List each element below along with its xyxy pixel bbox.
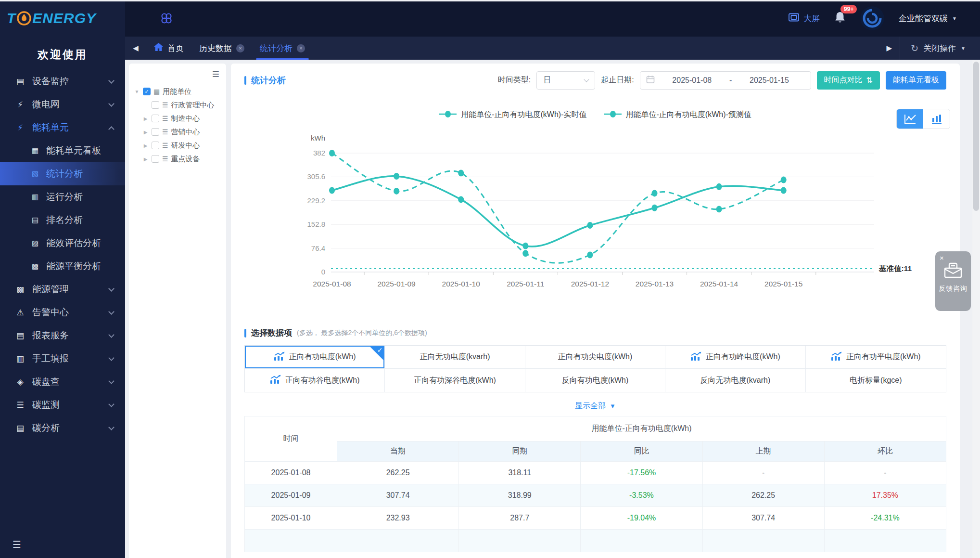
chevron-down-icon: [108, 401, 115, 407]
show-all-label: 显示全部: [575, 401, 606, 411]
tab-home-label: 首页: [167, 43, 184, 54]
app-launcher-icon[interactable]: [160, 12, 173, 25]
microgrid-icon: ⚡: [14, 100, 26, 110]
energy-unit-icon: ⚡: [14, 123, 26, 133]
time-type-value: 日: [543, 75, 551, 85]
sidebar-item-energy-unit[interactable]: ⚡能耗单元: [0, 116, 125, 139]
data-item-label: 正向有功平电度(kWh): [846, 352, 921, 362]
close-operations-dropdown[interactable]: ↻ 关闭操作 ▼: [900, 37, 980, 60]
data-item-grid: 正向有功电度(kWh)✓正向无功电度(kvarh)正向有功尖电度(kWh)正向有…: [244, 345, 946, 392]
sidebar-item-label: 碳分析: [32, 422, 60, 434]
date-start-value[interactable]: 2025-01-08: [657, 76, 727, 85]
tree-node-manufacture-center[interactable]: ▶☰制造中心: [129, 112, 226, 125]
baseline-label: 基准值:11: [878, 264, 912, 273]
chevron-down-icon: [108, 355, 115, 361]
data-item-coal-equivalent[interactable]: 电折标量(kgce): [806, 369, 946, 392]
feedback-widget[interactable]: × 反馈咨询: [935, 251, 971, 311]
tab-home[interactable]: 首页: [146, 37, 191, 60]
date-range-picker[interactable]: 2025-01-08 - 2025-01-15: [640, 71, 811, 90]
time-point-compare-button[interactable]: 时间点对比 ⇅: [817, 71, 880, 90]
data-item-fwd-sharp[interactable]: 正向有功尖电度(kWh): [525, 346, 665, 369]
sidebar-subitem-label: 能效评估分析: [46, 237, 101, 249]
check-icon: ✓: [377, 346, 383, 354]
tree-node-label: 营销中心: [171, 128, 200, 137]
tree-checkbox[interactable]: [152, 115, 159, 122]
tree-node-energy-org[interactable]: ▼✓▦用能单位: [129, 85, 226, 98]
sidebar-subitem-rank-analysis[interactable]: ▤排名分析: [0, 208, 125, 232]
tab-stat-analysis[interactable]: 统计分析×: [252, 37, 313, 60]
tree-node-admin-center[interactable]: ☰行政管理中心: [129, 98, 226, 112]
tab-history-data[interactable]: 历史数据×: [191, 37, 252, 60]
x-tick-label: 2025-01-08: [313, 280, 351, 288]
tabs-forward-button[interactable]: ▶: [878, 44, 900, 52]
sidebar-item-device-monitor[interactable]: ▤设备监控: [0, 70, 125, 93]
tree-caret-icon[interactable]: ▼: [134, 89, 140, 94]
alarm-icon: ⚠: [14, 308, 26, 318]
sidebar-item-alarm-center[interactable]: ⚠告警中心: [0, 301, 125, 324]
notifications-button[interactable]: 99+: [834, 11, 846, 26]
org-tree-panel: ☰ ▼✓▦用能单位☰行政管理中心▶☰制造中心▶☰营销中心▶☰研发中心▶☰重点设备: [129, 64, 226, 558]
tree-checkbox[interactable]: [152, 101, 159, 109]
sidebar-subitem-efficiency-eval[interactable]: ▨能效评估分析: [0, 232, 125, 255]
sidebar-item-manual-entry[interactable]: ▥手工填报: [0, 347, 125, 370]
app-logo[interactable]: T ENERGY: [0, 0, 125, 37]
tree-checkbox[interactable]: [152, 155, 159, 163]
refresh-icon[interactable]: ↻: [911, 43, 918, 54]
close-tab-icon[interactable]: ×: [236, 44, 244, 52]
data-item-fwd-flat[interactable]: 正向有功平电度(kWh): [806, 346, 946, 369]
energy-unit-board-button[interactable]: 能耗单元看板: [886, 71, 946, 90]
sidebar-subitem-label: 能源平衡分析: [46, 260, 101, 273]
show-all-button[interactable]: 显示全部 ▼: [244, 401, 946, 411]
board-button-label: 能耗单元看板: [893, 75, 939, 85]
data-item-fwd-deep-valley[interactable]: 正向有功深谷电度(kWh): [385, 369, 525, 392]
tree-caret-icon[interactable]: ▶: [142, 156, 149, 162]
big-screen-button[interactable]: 大屏: [789, 13, 820, 24]
y-tick-label: 76.4: [311, 244, 325, 252]
tabs-back-button[interactable]: ◀: [125, 44, 146, 52]
data-item-fwd-peak[interactable]: 正向有功峰电度(kWh): [665, 346, 805, 369]
tree-caret-icon[interactable]: ▶: [142, 143, 149, 148]
sidebar-item-report-service[interactable]: ▤报表服务: [0, 324, 125, 347]
data-item-rev-reactive[interactable]: 反向无功电度(kvarh): [665, 369, 805, 392]
org-switcher[interactable]: 企业能管双碳 ▼: [899, 13, 957, 24]
data-item-fwd-valley[interactable]: 正向有功谷电度(kWh): [245, 369, 385, 392]
sidebar-item-microgrid[interactable]: ⚡微电网: [0, 93, 125, 116]
sidebar-subitem-unit-board[interactable]: ▦能耗单元看板: [0, 139, 125, 162]
sidebar-subitem-stat-analysis[interactable]: ▧统计分析: [0, 162, 125, 185]
data-item-fwd-active[interactable]: 正向有功电度(kWh)✓: [245, 346, 385, 369]
collapse-tree-icon[interactable]: ☰: [212, 69, 219, 79]
cell-value: 17.35%: [824, 484, 946, 507]
sidebar-subitem-run-analysis[interactable]: ▥运行分析: [0, 185, 125, 208]
y-tick-label: 382: [313, 149, 325, 157]
tree-checkbox[interactable]: [152, 142, 159, 149]
sidebar-item-energy-mgmt[interactable]: ▩能源管理: [0, 278, 125, 301]
data-item-rev-active[interactable]: 反向有功电度(kWh): [525, 369, 665, 392]
time-type-select[interactable]: 日: [536, 71, 595, 90]
layers-icon: ☰: [162, 115, 168, 122]
sidebar-subitem-energy-balance[interactable]: ▩能源平衡分析: [0, 255, 125, 278]
sidebar-collapse-button[interactable]: ☰: [0, 531, 125, 558]
tree-caret-icon[interactable]: ▶: [142, 116, 149, 121]
table-row-partial: [245, 530, 946, 552]
avatar[interactable]: [860, 6, 884, 30]
date-end-value[interactable]: 2025-01-15: [734, 76, 804, 85]
data-point: [329, 187, 335, 194]
filter-controls: 时间类型: 日 起止日期: 2025-01-08 - 2025-01-15: [498, 71, 946, 90]
tree-caret-icon[interactable]: ▶: [142, 130, 149, 135]
close-tab-icon[interactable]: ×: [297, 44, 305, 52]
data-item-fwd-reactive[interactable]: 正向无功电度(kvarh): [385, 346, 525, 369]
tree-checkbox[interactable]: [152, 128, 159, 136]
close-icon[interactable]: ×: [940, 254, 944, 262]
sidebar-item-carbon-audit[interactable]: ◈碳盘查: [0, 370, 125, 393]
scrollbar-thumb[interactable]: [973, 62, 979, 211]
tree-node-rd-center[interactable]: ▶☰研发中心: [129, 139, 226, 152]
tree-node-label: 重点设备: [171, 155, 200, 164]
tree-node-marketing-center[interactable]: ▶☰营销中心: [129, 125, 226, 139]
tree-node-key-equipment[interactable]: ▶☰重点设备: [129, 152, 226, 166]
sidebar-item-carbon-analysis[interactable]: ▤碳分析: [0, 416, 125, 440]
panel-header: 统计分析 时间类型: 日 起止日期: 2025-01-08 -: [244, 64, 946, 97]
tab-label: 历史数据: [199, 43, 232, 54]
sidebar-item-carbon-monitor[interactable]: ☰碳监测: [0, 393, 125, 416]
layers-icon: ☰: [162, 142, 168, 149]
tree-checkbox[interactable]: ✓: [143, 88, 151, 95]
